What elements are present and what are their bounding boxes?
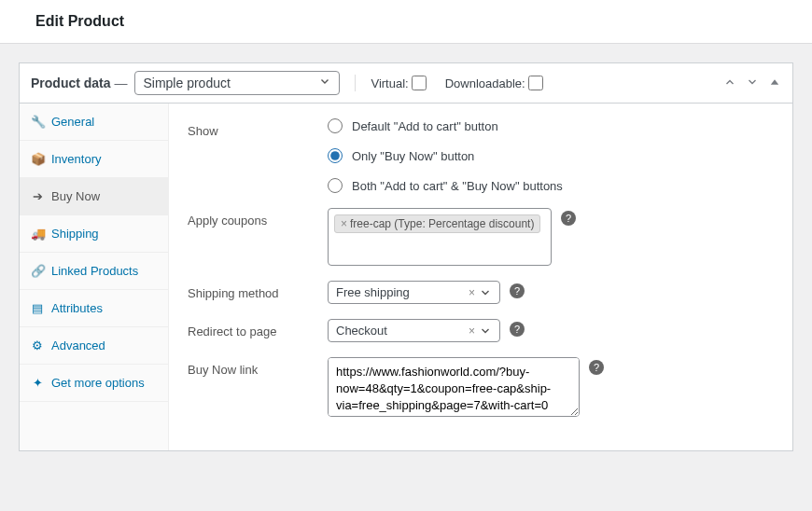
product-tabs: 🔧General 📦Inventory ➔Buy Now 🚚Shipping 🔗… (20, 104, 169, 450)
sparkle-icon: ✦ (31, 376, 44, 390)
redirect-label: Redirect to page (188, 319, 328, 338)
show-option-buynow[interactable]: Only "Buy Now" button (328, 148, 563, 163)
product-data-panel: Product data — Simple product Virtual: D… (19, 62, 793, 451)
shipping-label: Shipping method (188, 281, 328, 300)
coupons-input[interactable]: ×free-cap (Type: Percentage discount) (328, 208, 552, 266)
chevron-down-icon (318, 76, 331, 91)
arrow-right-icon: ➔ (31, 189, 44, 203)
shipping-select[interactable]: Free shipping × (328, 281, 500, 304)
tab-advanced[interactable]: ⚙Advanced (20, 327, 168, 365)
downloadable-checkbox[interactable]: Downloadable: (445, 76, 543, 90)
chip-remove-icon[interactable]: × (341, 217, 347, 230)
panel-header: Product data — Simple product Virtual: D… (20, 63, 792, 104)
panel-title: Product data — (31, 76, 127, 90)
show-option-default[interactable]: Default "Add to cart" button (328, 118, 563, 133)
product-type-select[interactable]: Simple product (134, 71, 340, 95)
tab-attributes[interactable]: ▤Attributes (20, 290, 168, 327)
help-icon[interactable]: ? (561, 211, 576, 226)
divider (355, 75, 356, 91)
page-title: Edit Product (0, 0, 812, 44)
help-icon[interactable]: ? (589, 360, 604, 375)
help-icon[interactable]: ? (510, 322, 525, 337)
redirect-select[interactable]: Checkout × (328, 319, 500, 342)
help-icon[interactable]: ? (510, 283, 525, 298)
panel-collapse-icon[interactable] (768, 76, 781, 91)
row-show: Show Default "Add to cart" button Only "… (188, 118, 774, 193)
panel-move-down-icon[interactable] (746, 76, 759, 91)
chevron-down-icon (479, 286, 492, 299)
tab-content: Show Default "Add to cart" button Only "… (169, 104, 792, 450)
list-icon: ▤ (31, 301, 44, 315)
panel-body: 🔧General 📦Inventory ➔Buy Now 🚚Shipping 🔗… (20, 104, 792, 450)
row-shipping: Shipping method Free shipping × ? (188, 281, 774, 304)
chevron-down-icon (479, 325, 492, 338)
buy-now-link-textarea[interactable] (328, 357, 580, 417)
tab-general[interactable]: 🔧General (20, 104, 168, 141)
show-label: Show (188, 118, 328, 138)
tab-inventory[interactable]: 📦Inventory (20, 141, 168, 178)
coupons-label: Apply coupons (188, 208, 328, 228)
row-coupons: Apply coupons ×free-cap (Type: Percentag… (188, 208, 774, 266)
tab-shipping[interactable]: 🚚Shipping (20, 215, 168, 253)
gear-icon: ⚙ (31, 338, 44, 352)
tab-buy-now[interactable]: ➔Buy Now (20, 178, 168, 215)
row-link: Buy Now link ? (188, 357, 774, 417)
clear-icon[interactable]: × (469, 325, 475, 338)
truck-icon: 🚚 (31, 227, 44, 241)
box-icon: 📦 (31, 152, 44, 166)
tab-more-options[interactable]: ✦Get more options (20, 365, 168, 402)
tab-linked-products[interactable]: 🔗Linked Products (20, 253, 168, 290)
panel-move-up-icon[interactable] (723, 76, 736, 91)
row-redirect: Redirect to page Checkout × ? (188, 319, 774, 342)
link-label: Buy Now link (188, 357, 328, 377)
clear-icon[interactable]: × (469, 286, 475, 299)
coupon-chip[interactable]: ×free-cap (Type: Percentage discount) (334, 214, 540, 233)
show-option-both[interactable]: Both "Add to cart" & "Buy Now" buttons (328, 178, 563, 193)
link-icon: 🔗 (31, 264, 44, 278)
wrench-icon: 🔧 (31, 115, 44, 129)
virtual-checkbox[interactable]: Virtual: (371, 76, 426, 90)
